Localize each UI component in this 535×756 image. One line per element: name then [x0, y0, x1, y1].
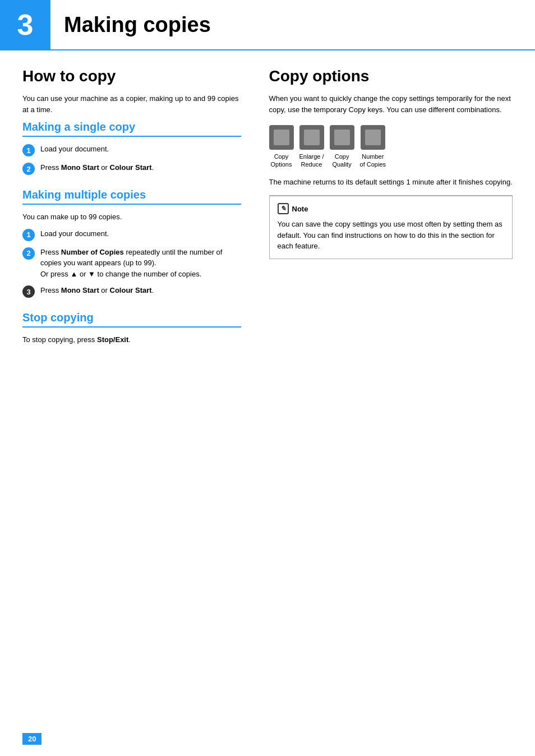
- right-column: Copy options When you want to quickly ch…: [258, 67, 513, 359]
- single-copy-title: Making a single copy: [22, 121, 241, 137]
- step-number-mc-1: 1: [22, 229, 35, 241]
- step-number-1: 1: [22, 144, 35, 156]
- multiple-copies-section: Making multiple copies You can make up t…: [22, 188, 241, 298]
- note-title-text: Note: [292, 205, 308, 213]
- note-title: ✎ Note: [278, 203, 504, 214]
- enlarge-reduce-label: Enlarge /Reduce: [299, 153, 324, 169]
- multiple-copies-step-3: 3 Press Mono Start or Colour Start.: [22, 285, 241, 298]
- single-copy-step-2-text: Press Mono Start or Colour Start.: [40, 162, 154, 173]
- how-to-copy-intro: You can use your machine as a copier, ma…: [22, 93, 241, 115]
- single-copy-step-1-text: Load your document.: [40, 144, 109, 155]
- single-copy-section: Making a single copy 1 Load your documen…: [22, 121, 241, 175]
- multiple-copies-step-2: 2 Press Number of Copies repeatedly unti…: [22, 247, 241, 280]
- copy-options-button: CopyOptions: [269, 125, 294, 169]
- content-area: How to copy You can use your machine as …: [0, 67, 535, 381]
- copy-options-icon: [269, 125, 294, 150]
- how-to-copy-title: How to copy: [22, 67, 241, 85]
- left-column: How to copy You can use your machine as …: [22, 67, 258, 359]
- after-buttons-text: The machine returns to its default setti…: [269, 177, 513, 188]
- multiple-copies-step-2-text: Press Number of Copies repeatedly until …: [40, 247, 241, 280]
- chapter-number: 3: [0, 0, 50, 49]
- step-number-mc-2: 2: [22, 247, 35, 260]
- step-number-2: 2: [22, 163, 35, 175]
- note-icon: ✎: [278, 203, 289, 214]
- note-box: ✎ Note You can save the copy settings yo…: [269, 195, 513, 259]
- copy-quality-icon: [330, 125, 354, 150]
- stop-copying-section: Stop copying To stop copying, press Stop…: [22, 311, 241, 345]
- step-number-mc-3: 3: [22, 285, 35, 298]
- copy-quality-label: CopyQuality: [332, 153, 351, 169]
- copy-buttons-row: CopyOptions Enlarge /Reduce CopyQuality …: [269, 125, 513, 169]
- copy-options-label: CopyOptions: [271, 153, 292, 169]
- multiple-copies-step-1: 1 Load your document.: [22, 228, 241, 241]
- number-of-copies-button: Numberof Copies: [360, 125, 386, 169]
- stop-copying-title: Stop copying: [22, 311, 241, 328]
- enlarge-reduce-icon: [299, 125, 324, 150]
- number-of-copies-icon: [361, 125, 385, 150]
- stop-copying-text: To stop copying, press Stop/Exit.: [22, 334, 241, 345]
- copy-options-title: Copy options: [269, 67, 513, 85]
- copy-options-intro: When you want to quickly change the copy…: [269, 93, 513, 115]
- chapter-header: 3 Making copies: [0, 0, 535, 50]
- single-copy-step-2: 2 Press Mono Start or Colour Start.: [22, 162, 241, 175]
- number-of-copies-label: Numberof Copies: [360, 153, 386, 169]
- copy-quality-button: CopyQuality: [330, 125, 354, 169]
- multiple-copies-intro: You can make up to 99 copies.: [22, 211, 241, 223]
- single-copy-step-1: 1 Load your document.: [22, 144, 241, 156]
- multiple-copies-step-1-text: Load your document.: [40, 228, 109, 239]
- multiple-copies-title: Making multiple copies: [22, 188, 241, 205]
- note-text: You can save the copy settings you use m…: [278, 219, 504, 252]
- multiple-copies-step-3-text: Press Mono Start or Colour Start.: [40, 285, 154, 296]
- enlarge-reduce-button: Enlarge /Reduce: [299, 125, 324, 169]
- chapter-title: Making copies: [50, 0, 211, 49]
- page-number: 20: [22, 733, 41, 745]
